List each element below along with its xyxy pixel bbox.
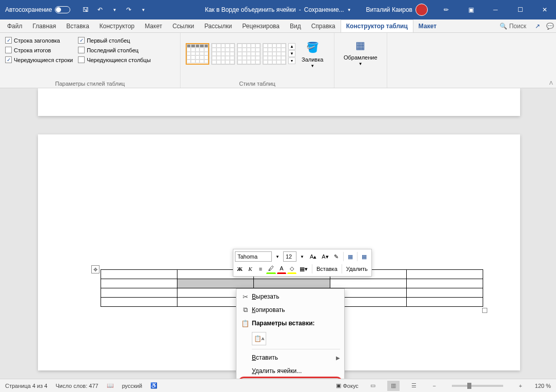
gallery-more-icon[interactable]: ▾ — [288, 57, 295, 64]
coming-soon-icon[interactable]: ✏ — [435, 0, 458, 19]
maximize-icon[interactable]: ☐ — [509, 0, 531, 19]
tab-table-layout[interactable]: Макет — [413, 19, 442, 32]
gallery-up-icon[interactable]: ▲ — [288, 43, 295, 50]
user-account[interactable]: Виталий Каиров — [361, 4, 433, 16]
borders-mini-icon[interactable]: ▦▾ — [297, 264, 310, 274]
view-print-icon[interactable]: ▥ — [387, 381, 400, 391]
highlight-icon[interactable]: 🖊 — [266, 264, 276, 274]
paste-option-icon[interactable]: 📋A — [252, 332, 266, 345]
document-title-area: Как в Ворде объединить ячейки - Сохранен… — [205, 6, 351, 13]
size-dropdown-icon[interactable]: ▼ — [297, 251, 307, 262]
check-first-column[interactable]: Первый столбец — [78, 37, 151, 44]
zoom-slider[interactable] — [452, 385, 503, 387]
font-name-input[interactable] — [235, 251, 272, 262]
tab-table-design[interactable]: Конструктор таблиц — [341, 19, 413, 32]
insert-label[interactable]: Вставка — [314, 266, 340, 272]
borders-button[interactable]: ▦ Обрамление ▼ — [340, 35, 382, 86]
group-label-styles: Стили таблиц — [186, 80, 329, 87]
redo-icon[interactable]: ↷ — [124, 5, 134, 15]
tab-home[interactable]: Главная — [28, 19, 62, 32]
bucket-icon: 🪣 — [304, 39, 321, 55]
tab-help[interactable]: Справка — [306, 19, 341, 32]
user-name: Виталий Каиров — [366, 6, 412, 13]
font-dropdown-icon[interactable]: ▼ — [273, 251, 282, 262]
share-icon[interactable]: ↗ — [531, 19, 544, 32]
shrink-font-icon[interactable]: A▾ — [320, 251, 330, 262]
gallery-scroll: ▲ ▼ ▾ — [288, 43, 295, 64]
bold-button[interactable]: Ж — [235, 264, 245, 274]
qat-customize-icon[interactable]: ▼ — [138, 5, 148, 15]
mini-toolbar: ▼ ▼ A▴ A▾ ✎ ▦ ▦ Ж К ≡ 🖊 A ◇ ▦▾ Вставка У… — [233, 249, 372, 277]
close-icon[interactable]: ✕ — [533, 0, 556, 19]
save-icon[interactable]: 🖫 — [81, 5, 91, 15]
group-label-options: Параметры стилей таблиц — [5, 80, 175, 87]
comments-icon[interactable]: 💬 — [544, 19, 556, 32]
autosave-toggle[interactable] — [55, 6, 70, 13]
align-icon[interactable]: ≡ — [256, 264, 265, 274]
ribbon-display-icon[interactable]: ▣ — [460, 0, 482, 19]
status-language[interactable]: русский — [122, 383, 142, 389]
group-table-styles: ▲ ▼ ▾ 🪣 Заливка ▼ Стили таблиц — [181, 33, 334, 88]
tab-references[interactable]: Ссылки — [167, 19, 199, 32]
search-box[interactable]: 🔍 Поиск — [494, 19, 531, 32]
table-style-thumb[interactable] — [211, 43, 235, 65]
menu-copy[interactable]: ⧉ Копировать — [236, 303, 344, 317]
zoom-level[interactable]: 120 % — [535, 383, 551, 389]
italic-button[interactable]: К — [246, 264, 255, 274]
menu-cut[interactable]: ✂ Вырезать — [236, 290, 344, 303]
table-style-thumb[interactable] — [263, 43, 286, 65]
insert-cells-icon[interactable]: ▦ — [346, 251, 355, 262]
tab-file[interactable]: Файл — [2, 19, 28, 32]
autosave-label: Автосохранение — [5, 6, 52, 13]
quick-access-toolbar: 🖫 ↶ ▼ ↷ ▼ — [75, 5, 153, 15]
tab-review[interactable]: Рецензирова — [237, 19, 285, 32]
undo-icon[interactable]: ↶ — [95, 5, 105, 15]
table-style-thumb[interactable] — [186, 43, 209, 65]
check-banded-columns[interactable]: Чередующиеся столбцы — [78, 56, 151, 63]
tab-mailings[interactable]: Рассылки — [199, 19, 237, 32]
table-style-thumb[interactable] — [237, 43, 261, 65]
focus-mode[interactable]: ▣ Фокус — [336, 382, 359, 389]
tab-insert[interactable]: Вставка — [61, 19, 94, 32]
check-header-row[interactable]: Строка заголовка — [5, 37, 73, 44]
delete-cells-icon[interactable]: ▦ — [360, 251, 369, 262]
format-painter-icon[interactable]: ✎ — [332, 251, 341, 262]
menu-insert[interactable]: Вставить ▶ — [236, 351, 344, 364]
delete-label[interactable]: Удалить — [344, 266, 370, 272]
collapse-ribbon-icon[interactable]: ᐱ — [549, 80, 553, 86]
paste-options-row: 📋A — [236, 330, 344, 347]
table-resize-handle[interactable] — [482, 308, 487, 313]
status-page[interactable]: Страница 4 из 4 — [5, 383, 47, 389]
zoom-out-button[interactable]: − — [428, 381, 441, 391]
check-banded-rows[interactable]: Чередующиеся строки — [5, 56, 73, 63]
ribbon-tabs: Файл Главная Вставка Конструктор Макет С… — [0, 19, 556, 33]
shading-button[interactable]: 🪣 Заливка ▼ — [297, 37, 327, 70]
tab-view[interactable]: Вид — [285, 19, 306, 32]
view-read-icon[interactable]: ▭ — [367, 381, 379, 391]
table-move-handle[interactable]: ✥ — [91, 265, 100, 273]
check-last-column[interactable]: Последний столбец — [78, 47, 151, 53]
shading-mini-icon[interactable]: ◇ — [287, 264, 296, 274]
clipboard-icon: 📋 — [239, 320, 252, 327]
search-label: Поиск — [509, 23, 526, 30]
minimize-icon[interactable]: ─ — [484, 0, 507, 19]
status-proofing-icon[interactable]: 📖 — [107, 382, 114, 389]
undo-dropdown-icon[interactable]: ▼ — [109, 5, 120, 15]
tab-layout[interactable]: Макет — [140, 19, 167, 32]
scissors-icon: ✂ — [239, 293, 252, 301]
status-accessibility-icon[interactable]: ♿ — [150, 382, 157, 389]
font-size-input[interactable] — [283, 251, 296, 262]
view-web-icon[interactable]: ☰ — [408, 381, 420, 391]
zoom-in-button[interactable]: + — [514, 381, 527, 391]
title-bar: Автосохранение 🖫 ↶ ▼ ↷ ▼ Как в Ворде объ… — [0, 0, 556, 19]
gallery-down-icon[interactable]: ▼ — [288, 50, 295, 57]
check-total-row[interactable]: Строка итогов — [5, 47, 73, 53]
tab-design[interactable]: Конструктор — [94, 19, 140, 32]
grow-font-icon[interactable]: A▴ — [308, 251, 319, 262]
menu-delete-cells[interactable]: Удалить ячейки... — [236, 364, 344, 378]
status-word-count[interactable]: Число слов: 477 — [55, 383, 98, 389]
font-color-icon[interactable]: A — [277, 264, 286, 274]
ribbon: Строка заголовка Строка итогов Чередующи… — [0, 33, 556, 88]
title-dropdown-icon[interactable]: ▼ — [347, 8, 351, 12]
document-area: ✥ ▼ ▼ A▴ A▾ ✎ ▦ ▦ Ж К ≡ 🖊 A ◇ ▦▾ — [0, 88, 556, 379]
